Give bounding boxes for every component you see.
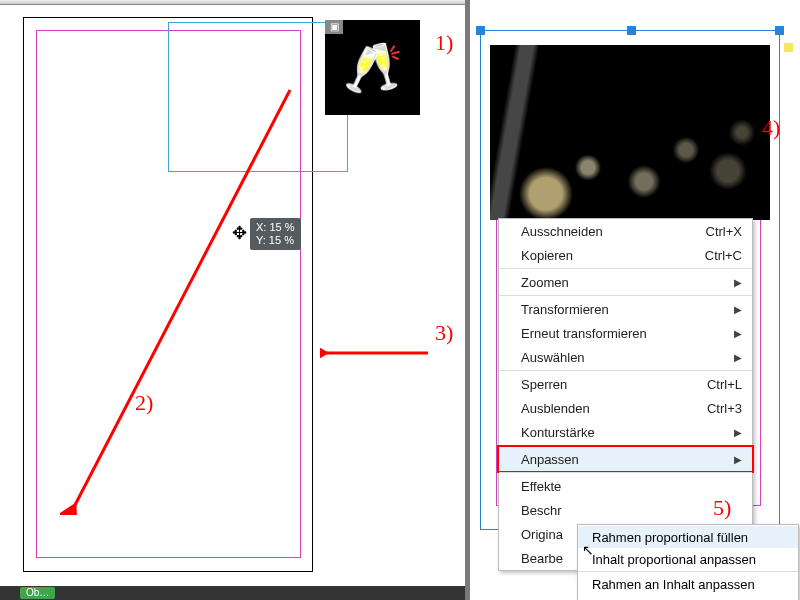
ctx-accel: Ctrl+C [705,248,742,263]
ctx-stroke[interactable]: Konturstärke ▶ [499,420,752,444]
page-canvas[interactable] [18,12,318,577]
separator [499,268,752,269]
ctx-fit[interactable]: Anpassen ▶ [499,447,752,471]
submenu-arrow-icon: ▶ [734,352,742,363]
resize-handle-tc[interactable] [627,26,636,35]
ctx-label: Konturstärke [521,425,595,440]
sub-content-proportional[interactable]: Inhalt proportional anpassen [578,548,798,570]
ctx-retransform[interactable]: Erneut transformieren ▶ [499,321,752,345]
ctx-copy[interactable]: Kopieren Ctrl+C [499,243,752,267]
submenu-arrow-icon: ▶ [734,454,742,465]
ctx-lock[interactable]: Sperren Ctrl+L [499,372,752,396]
ctx-label: Origina [521,527,563,542]
resize-handle-tl[interactable] [476,26,485,35]
sub-label: Rahmen proportional füllen [592,530,748,545]
submenu-arrow-icon: ▶ [734,304,742,315]
submenu-arrow-icon: ▶ [734,328,742,339]
ctx-zoom[interactable]: Zoomen ▶ [499,270,752,294]
sub-content-to-frame[interactable]: Inhalt an Rahmen anpassen [578,595,798,600]
ctx-accel: Ctrl+X [706,224,742,239]
sub-frame-to-content[interactable]: Rahmen an Inhalt anpassen [578,573,798,595]
annotation-highlight-box: Anpassen ▶ [497,445,754,473]
status-bar [0,586,465,600]
ctx-select[interactable]: Auswählen ▶ [499,345,752,369]
ctx-label: Beschr [521,503,561,518]
ctx-cut[interactable]: Ausschneiden Ctrl+X [499,219,752,243]
annotation-1: 1) [435,30,453,56]
ctx-accel: Ctrl+3 [707,401,742,416]
ctx-label: Ausblenden [521,401,590,416]
ctx-label: Effekte [521,479,561,494]
ctx-accel: Ctrl+L [707,377,742,392]
image-badge-icon: ▣ [325,20,343,34]
status-pill: Ob… [20,587,55,599]
sub-label: Rahmen an Inhalt anpassen [592,577,755,592]
ctx-label: Transformieren [521,302,609,317]
ctx-hide[interactable]: Ausblenden Ctrl+3 [499,396,752,420]
ctx-label: Bearbe [521,551,563,566]
sub-label: Inhalt proportional anpassen [592,552,756,567]
separator [499,472,752,473]
ruler-horizontal [0,0,465,5]
ctx-label: Zoomen [521,275,569,290]
ctx-label: Ausschneiden [521,224,603,239]
annotation-3: 3) [435,320,453,346]
annotation-2: 2) [135,390,153,416]
ctx-transform[interactable]: Transformieren ▶ [499,297,752,321]
resize-handle-tr[interactable] [775,26,784,35]
move-cursor-icon: ✥ [232,222,247,244]
ctx-label: Sperren [521,377,567,392]
sub-fill-frame-proportional[interactable]: Rahmen proportional füllen [578,526,798,548]
left-document-panel: ✥ X: 15 % Y: 15 % ▣ Ob… [0,0,465,600]
annotation-4: 4) [762,115,780,141]
separator [499,295,752,296]
separator [499,370,752,371]
fit-submenu: Rahmen proportional füllen Inhalt propor… [577,524,799,600]
shear-handle[interactable] [784,43,793,52]
coordinate-tooltip: X: 15 % Y: 15 % [250,218,301,250]
image-thumbnail[interactable] [325,20,420,115]
image-placeholder-box[interactable] [168,22,348,172]
annotation-arrow-left [320,343,430,363]
ctx-label: Auswählen [521,350,585,365]
ctx-label: Kopieren [521,248,573,263]
separator [578,571,798,572]
submenu-arrow-icon: ▶ [734,427,742,438]
placed-image[interactable] [490,45,770,220]
submenu-arrow-icon: ▶ [734,277,742,288]
mouse-cursor-icon: ↖ [582,542,594,558]
ctx-label: Erneut transformieren [521,326,647,341]
ctx-label: Anpassen [521,452,579,467]
annotation-5: 5) [713,495,731,521]
